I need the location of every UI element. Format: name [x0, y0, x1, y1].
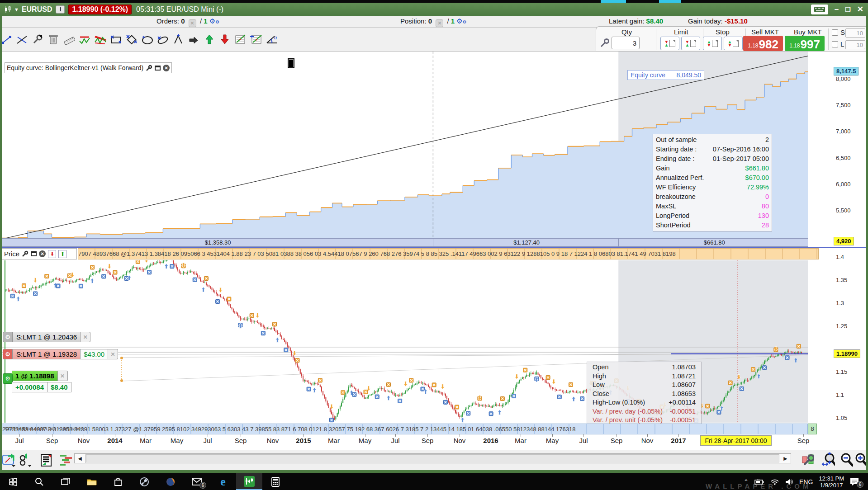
price-settings-wrench-icon[interactable]: [22, 250, 28, 257]
order2-gear-icon[interactable]: ⚙: [3, 349, 13, 359]
ellipse-tool-icon[interactable]: [140, 33, 154, 47]
time-axis-label: 2016: [483, 437, 498, 444]
firefox-button[interactable]: [157, 473, 184, 490]
position-tag[interactable]: 1 @ 1.18898 ✕: [12, 371, 68, 381]
position-value: 0: [428, 17, 432, 25]
search-button[interactable]: [26, 473, 52, 490]
trading-app-button[interactable]: [236, 473, 262, 490]
position-gear-icon[interactable]: ⚙: [3, 373, 13, 384]
equity-close-icon[interactable]: ✕: [163, 65, 170, 71]
position-pl-value: $8.40: [47, 382, 71, 392]
taskbar-clock[interactable]: 12:31 PM 1/9/2017: [819, 475, 844, 489]
instrument-dropdown-caret[interactable]: ▼: [14, 7, 19, 12]
arrow-right-tool-icon[interactable]: [187, 33, 200, 47]
start-button[interactable]: [0, 473, 26, 490]
order-settings-wrench-icon[interactable]: [600, 38, 610, 48]
trendline-tool-icon[interactable]: [15, 33, 29, 47]
move-crosshair-icon[interactable]: [0, 33, 14, 47]
trash-icon[interactable]: [47, 32, 60, 47]
buy-limit-button[interactable]: ▼▲: [681, 37, 700, 50]
news-report-icon[interactable]: [39, 453, 53, 467]
sell-limit-button[interactable]: ▼▲: [660, 37, 679, 50]
share-chart-icon[interactable]: [2, 453, 15, 467]
rotated-ellipse-tool-icon[interactable]: [156, 33, 170, 47]
buy-arrow-icon[interactable]: ⬆: [58, 250, 66, 258]
limit-distance-input[interactable]: [845, 40, 865, 49]
virtual-keyboard-button[interactable]: [811, 5, 828, 14]
ruler-icon[interactable]: [62, 32, 76, 47]
file-explorer-button[interactable]: [79, 473, 105, 490]
battery-icon[interactable]: [754, 479, 764, 485]
mail-button[interactable]: 6: [184, 473, 210, 490]
zoom-out-icon[interactable]: [840, 453, 853, 467]
minimize-button[interactable]: –: [835, 5, 839, 14]
indicator-add-icon[interactable]: [249, 32, 263, 47]
task-view-button[interactable]: [52, 473, 79, 490]
scroll-left-arrow[interactable]: ◀: [75, 454, 85, 463]
pending-order-tag-1[interactable]: ⚙ S:LMT 1 @ 1.20436 ✕: [3, 332, 90, 342]
steam-button[interactable]: [131, 473, 157, 490]
stop-distance-input[interactable]: [845, 28, 865, 38]
time-axis-tick: [583, 434, 584, 437]
color-swatch[interactable]: [289, 59, 294, 67]
ohlc-row: High-Low (0.10%)+0.00114: [590, 398, 698, 407]
backtest-report-icon[interactable]: [234, 32, 247, 47]
store-button[interactable]: [105, 473, 131, 490]
equity-settings-wrench-icon[interactable]: [146, 65, 152, 71]
object-settings-wrench-icon[interactable]: [31, 32, 45, 47]
stop-checkbox[interactable]: [832, 29, 838, 36]
sell-market-button[interactable]: 1.18 982: [743, 36, 783, 51]
close-position-icon[interactable]: ✕: [436, 19, 443, 27]
arrow-down-tool-icon[interactable]: [218, 32, 232, 47]
ohlc-row: Low1.08607: [590, 381, 698, 390]
zigzag-tool-icon[interactable]: [78, 33, 91, 47]
pitchfork-tool-icon[interactable]: [171, 32, 185, 47]
zoom-fit-icon[interactable]: [821, 453, 835, 467]
order2-close-icon[interactable]: ✕: [108, 349, 118, 359]
scroll-right-arrow[interactable]: ▶: [780, 454, 791, 463]
buy-market-button[interactable]: 1.18 997: [785, 36, 825, 51]
diamond-tool-icon[interactable]: [125, 32, 138, 47]
cancel-orders-icon[interactable]: ✕: [189, 19, 196, 27]
sell-arrow-icon[interactable]: ⬇: [48, 250, 56, 258]
wifi-icon[interactable]: [770, 479, 779, 485]
chart-h-scrollbar[interactable]: ◀ ▶: [74, 453, 791, 463]
equity-window-icon[interactable]: [155, 66, 161, 71]
edge-button[interactable]: e: [210, 473, 236, 490]
order1-gear-icon[interactable]: ⚙: [3, 332, 13, 342]
angle-tool-icon[interactable]: α: [265, 32, 279, 47]
pending-order-tag-2[interactable]: ⚙ S:LMT 1 @ 1.19328 $43.00 ✕: [3, 349, 118, 359]
position-pl-tag: +0.00084 $8.40: [12, 382, 71, 392]
market-depth-icon[interactable]: [59, 453, 73, 467]
buy-stop-button[interactable]: ▲▼: [703, 37, 722, 50]
position-close-icon[interactable]: ✕: [58, 371, 68, 381]
sell-stop-button[interactable]: ▲▼: [724, 37, 743, 50]
instrument-candle-icon[interactable]: [4, 5, 13, 14]
order1-close-icon[interactable]: ✕: [81, 332, 90, 342]
time-axis-label: Jul: [15, 437, 24, 444]
calculator-button[interactable]: [262, 473, 289, 490]
price-axis-tick: 1.3: [836, 300, 844, 306]
tray-chevron-icon[interactable]: ⌃: [744, 478, 749, 485]
restore-button[interactable]: ❐: [845, 6, 851, 13]
fan-tool-icon[interactable]: [94, 32, 107, 47]
scrollbar-thumb[interactable]: [86, 454, 779, 462]
sell-price-prefix: 1.18: [748, 41, 758, 50]
info-icon[interactable]: i: [56, 5, 65, 14]
volume-icon[interactable]: [785, 479, 793, 485]
orders-settings-gear-icon[interactable]: ⚙⚙: [209, 17, 219, 25]
price-close-icon[interactable]: ✕: [39, 250, 46, 257]
zoom-in-icon[interactable]: [854, 453, 868, 467]
position-settings-gear-icon[interactable]: ⚙⚙: [456, 17, 466, 25]
time-axis-tick: [678, 434, 679, 437]
qty-input[interactable]: 3: [612, 37, 640, 49]
action-center-button[interactable]: 6: [850, 478, 863, 486]
arrow-up-tool-icon[interactable]: [203, 32, 216, 47]
linked-chart-icon[interactable]: [17, 453, 31, 467]
chart-options-wrench-icon[interactable]: [801, 453, 814, 467]
language-indicator[interactable]: ENG: [799, 478, 813, 485]
price-window-icon[interactable]: [31, 251, 37, 256]
rectangle-tool-icon[interactable]: [109, 33, 123, 47]
close-button[interactable]: ✕: [857, 5, 863, 14]
limit-checkbox[interactable]: [832, 41, 838, 47]
